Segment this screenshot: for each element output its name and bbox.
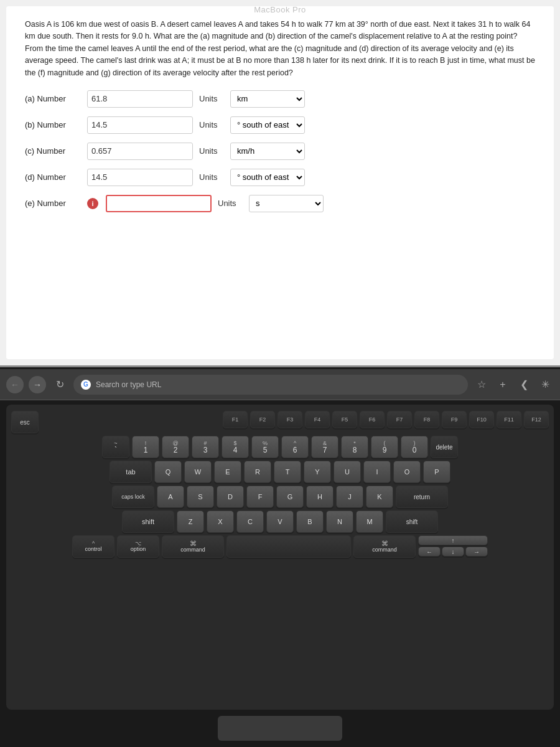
input-a[interactable] [87,90,193,108]
key-t[interactable]: T [274,461,301,483]
units-dropdown-a[interactable]: km [230,90,305,108]
key-2[interactable]: @2 [162,436,189,458]
key-m[interactable]: M [356,510,383,533]
key-1[interactable]: !1 [132,436,159,458]
key-z[interactable]: Z [177,510,204,533]
key-esc[interactable]: esc [11,411,39,433]
key-space[interactable] [226,535,351,558]
key-p[interactable]: P [423,461,450,483]
screen-content: Oasis A is 106 km due west of oasis B. A… [6,6,554,359]
units-dropdown-e[interactable]: s [249,195,324,212]
key-f9[interactable]: F9 [442,411,467,428]
label-b: (b) Number [25,120,81,129]
key-control[interactable]: ^ control [72,535,114,558]
key-backtick[interactable]: ~` [102,436,129,458]
key-i[interactable]: I [363,461,391,483]
key-f11[interactable]: F11 [497,411,521,428]
key-f10[interactable]: F10 [469,411,494,428]
key-u[interactable]: U [334,461,361,483]
input-b[interactable] [87,116,193,134]
key-delete[interactable]: delete [431,436,458,458]
key-option[interactable]: ⌥ option [117,535,159,558]
forward-button[interactable]: → [29,376,46,393]
key-tab[interactable]: tab [110,461,152,483]
add-tab-button[interactable]: + [494,376,511,393]
units-dropdown-c[interactable]: km/h [230,143,305,160]
key-f7[interactable]: F7 [387,411,412,428]
input-c[interactable] [87,143,193,160]
key-f6[interactable]: F6 [360,411,385,428]
key-4[interactable]: $4 [222,436,249,458]
keyboard-row-1: ~` !1 @2 #3 $4 %5 ^6 &7 *8 (9 )0 delete [11,436,549,458]
key-b[interactable]: B [296,510,324,533]
key-8[interactable]: *8 [341,436,368,458]
key-command-right[interactable]: ⌘ command [353,535,416,558]
key-7[interactable]: &7 [311,436,338,458]
key-h[interactable]: H [306,486,334,508]
answer-row-a: (a) Number Units km [25,90,535,108]
input-e[interactable] [106,195,212,212]
star-button[interactable]: ☆ [473,376,490,393]
key-0[interactable]: )0 [401,436,428,458]
key-o[interactable]: O [393,461,421,483]
key-command[interactable]: ⌘ command [162,535,224,558]
key-left[interactable]: ← [418,547,441,557]
back-chevron-button[interactable]: ❮ [515,376,533,393]
key-e[interactable]: E [214,461,241,483]
units-label-c: Units [199,146,224,156]
key-f2[interactable]: F2 [250,411,275,428]
key-f[interactable]: F [246,486,274,508]
key-q[interactable]: Q [154,461,182,483]
key-6[interactable]: ^6 [281,436,309,458]
error-icon: i [87,198,98,209]
key-w[interactable]: W [184,461,212,483]
keyboard-row-4: shift Z X C V B N M shift [11,510,549,533]
back-button[interactable]: ← [6,376,24,393]
key-up[interactable]: ↑ [418,535,488,545]
key-5[interactable]: %5 [251,436,279,458]
key-d[interactable]: D [217,486,244,508]
url-bar[interactable]: G Search or type URL [73,375,468,395]
key-3[interactable]: #3 [192,436,219,458]
key-n[interactable]: N [326,510,353,533]
problem-text: Oasis A is 106 km due west of oasis B. A… [25,19,535,79]
key-x[interactable]: X [207,510,234,533]
label-e: (e) Number [25,199,81,208]
key-f8[interactable]: F8 [414,411,439,428]
keyboard-row-0: esc F1 F2 F3 F4 F5 F6 F7 F8 F9 F10 F11 F… [11,411,549,433]
key-shift-left[interactable]: shift [122,510,174,533]
key-f1[interactable]: F1 [223,411,248,428]
key-9[interactable]: (9 [371,436,398,458]
key-capslock[interactable]: caps lock [112,486,154,508]
key-return[interactable]: return [396,486,448,508]
key-down[interactable]: ↓ [442,547,464,557]
google-logo: G [81,380,91,390]
refresh-button[interactable]: ↻ [51,376,68,393]
units-dropdown-b[interactable]: ° south of east [230,116,305,134]
screen: Oasis A is 106 km due west of oasis B. A… [0,0,560,367]
key-f3[interactable]: F3 [278,411,302,428]
key-y[interactable]: Y [304,461,331,483]
keyboard: esc F1 F2 F3 F4 F5 F6 F7 F8 F9 F10 F11 F… [6,405,554,710]
input-d[interactable] [87,169,193,186]
label-d: (d) Number [25,172,81,182]
units-dropdown-d[interactable]: ° south of east [230,169,305,186]
key-f12[interactable]: F12 [524,411,549,428]
trackpad[interactable] [218,716,342,741]
settings-button[interactable]: ✳ [536,376,554,393]
browser-toolbar: ← → ↻ G Search or type URL ☆ + ❮ ✳ [0,369,560,400]
answer-row-b: (b) Number Units ° south of east [25,116,535,134]
key-j[interactable]: J [336,486,363,508]
key-a[interactable]: A [157,486,184,508]
key-f5[interactable]: F5 [332,411,357,428]
key-r[interactable]: R [244,461,271,483]
key-k[interactable]: K [366,486,393,508]
key-f4[interactable]: F4 [305,411,330,428]
key-g[interactable]: G [276,486,304,508]
key-right[interactable]: → [465,547,488,557]
key-v[interactable]: V [266,510,294,533]
key-s[interactable]: S [187,486,214,508]
key-c[interactable]: C [236,510,264,533]
toolbar-right: ☆ + ❮ ✳ [473,376,554,393]
key-shift-right[interactable]: shift [386,510,438,533]
